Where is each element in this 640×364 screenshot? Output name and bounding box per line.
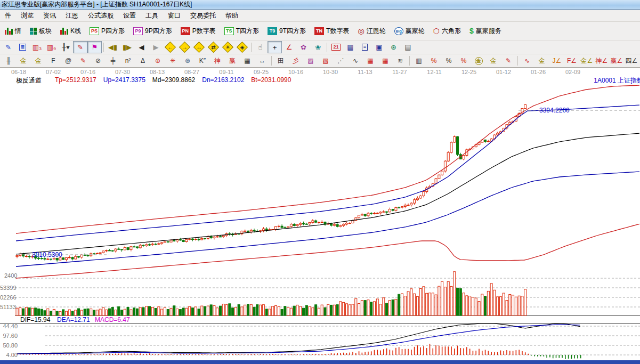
chart-area[interactable]: 3394.22003010.5300240053399022665113344.… <box>0 75 640 360</box>
gold-under-icon[interactable]: 金 <box>534 55 549 67</box>
winner-service-button[interactable]: $赢家服务 <box>465 25 506 38</box>
fan-black-icon[interactable]: ⋰ <box>333 55 348 67</box>
shen-icon[interactable]: 神 <box>210 55 225 67</box>
calculator-icon[interactable]: ▦ <box>343 41 358 53</box>
fibo-f-icon[interactable]: F <box>46 55 61 67</box>
fan-purple-icon[interactable]: ▨ <box>303 55 318 67</box>
save-icon[interactable]: ▣ <box>372 41 386 53</box>
menu-item-7[interactable]: 窗口 <box>163 10 185 21</box>
f-angle-icon[interactable]: F∠ <box>564 55 579 67</box>
scroll-right-icon[interactable]: → <box>177 41 192 53</box>
box-tool-icon[interactable]: 田 <box>273 55 288 67</box>
j-angle-icon[interactable]: J∠ <box>549 55 564 67</box>
brush-2-icon[interactable]: ✎ <box>501 55 516 67</box>
k-note-icon[interactable]: K″ <box>195 55 210 67</box>
menu-item-6[interactable]: 工具 <box>141 10 163 21</box>
gold-grid-icon[interactable]: 金 <box>16 55 31 67</box>
gold-circle-icon[interactable]: 金 <box>471 55 486 67</box>
kline-button[interactable]: K线 <box>56 25 85 38</box>
full-view-icon[interactable]: ◈ <box>235 41 249 53</box>
menu-item-1[interactable]: 浏览 <box>16 10 38 21</box>
volume-bar <box>383 298 385 316</box>
kline-style-icon[interactable]: ╂▾ <box>59 41 73 53</box>
menu-item-2[interactable]: 资讯 <box>38 10 61 21</box>
nav-first-icon[interactable]: ◀▮ <box>106 41 120 53</box>
gann-purple-icon[interactable]: ✿ <box>296 41 311 53</box>
nav-last-icon[interactable]: ▮▶ <box>120 41 134 53</box>
hand-icon[interactable]: ☝ <box>253 41 268 53</box>
pct-line-icon[interactable]: % <box>426 55 441 67</box>
gann-wheel-button[interactable]: ◎江恩轮 <box>353 25 390 38</box>
title-bar[interactable]: 家江恩专业版[赢家内部服务平台] - [上证指数 SH1A0001-167日K线… <box>0 0 640 10</box>
p-square-button[interactable]: PSP四方形 <box>85 25 129 38</box>
9t-square-button[interactable]: T99T四方形 <box>263 25 310 38</box>
sectors-button[interactable]: 板块 <box>26 25 56 38</box>
sketch-red-icon[interactable]: ✎ <box>73 41 87 53</box>
t-table-button[interactable]: TNT数字表 <box>310 25 353 38</box>
gold-lines-icon[interactable]: 金 <box>486 55 501 67</box>
crosshair-icon[interactable]: ＋ <box>268 41 282 53</box>
quote-button[interactable]: 情 <box>1 25 26 38</box>
menu-item-3[interactable]: 江恩 <box>61 10 83 21</box>
zigzag-icon[interactable]: ∿ <box>348 55 363 67</box>
h-arrows-icon[interactable]: ↔ <box>255 55 270 67</box>
ying-icon[interactable]: 赢 <box>225 55 240 67</box>
spiderweb-icon[interactable]: ⊛ <box>180 55 195 67</box>
scroll-left-icon[interactable]: ← <box>163 41 177 53</box>
sketch-blue-icon[interactable]: ✎ <box>1 41 15 53</box>
gold-grid-2-icon[interactable]: 金 <box>31 55 46 67</box>
nav-next-icon[interactable]: ▶ <box>149 41 163 53</box>
fan-redbox-icon[interactable]: ▧ <box>318 55 333 67</box>
menu-item-9[interactable]: 帮助 <box>221 10 243 21</box>
menu-item-4[interactable]: 公式选股 <box>83 10 118 21</box>
menu-item-0[interactable]: 件 <box>0 10 16 21</box>
ruler-icon[interactable]: ╪ <box>106 55 120 67</box>
print-icon[interactable]: ▤ <box>401 41 415 53</box>
menu-item-8[interactable]: 交易委托 <box>185 10 221 21</box>
pct-under-icon[interactable]: % <box>456 55 471 67</box>
chart-3-icon[interactable]: ▥₃ <box>30 41 44 53</box>
angle-measure-icon[interactable]: ∠ <box>282 41 296 53</box>
target-icon[interactable]: ⊕ <box>150 55 165 67</box>
zoom-horizontal-icon[interactable]: ↔ <box>192 41 206 53</box>
profile-chart-icon[interactable]: ⚑ <box>87 41 102 53</box>
n2-icon[interactable]: n² <box>120 55 135 67</box>
gann-teal-icon[interactable]: ❀ <box>311 41 325 53</box>
clipboard-icon[interactable]: ≣ <box>15 41 30 53</box>
angle-measure-icon-glyph: ∠ <box>286 44 293 51</box>
menu-item-5[interactable]: 设置 <box>118 10 141 21</box>
chart-9-icon[interactable]: ▥₉ <box>44 41 59 53</box>
circle-ruler-icon[interactable]: ⊘ <box>91 55 106 67</box>
compress-icon[interactable]: ⇄ <box>206 41 221 53</box>
pct-icon[interactable]: % <box>441 55 456 67</box>
date-label-11-13: 11-13 <box>358 69 372 75</box>
columns-icon[interactable]: ▥ <box>411 55 426 67</box>
grid-123-icon[interactable]: ▦ <box>240 55 255 67</box>
expand-icon[interactable]: ✳ <box>221 41 235 53</box>
fan-red-icon[interactable]: 彡 <box>288 55 303 67</box>
spiral-icon[interactable]: @ <box>61 55 76 67</box>
web-service-icon[interactable]: ⊛ <box>386 41 401 53</box>
nav-prev-icon[interactable]: ◀ <box>134 41 149 53</box>
grid-red-icon[interactable]: ▦ <box>363 55 378 67</box>
winner-wheel-button[interactable]: Big赢家轮 <box>390 25 429 38</box>
brush-icon[interactable]: ✎ <box>76 55 91 67</box>
gold-angle-icon[interactable]: 金∠ <box>579 55 594 67</box>
hexagon-button[interactable]: ⬡六角形 <box>429 25 465 38</box>
9p-square-button[interactable]: P99P四方形 <box>129 25 176 38</box>
ying-angle-icon[interactable]: 赢∠ <box>609 55 624 67</box>
grid-arrow-icon[interactable]: ▦ <box>378 55 393 67</box>
volume-bar <box>210 305 212 316</box>
wave-icon[interactable]: ∿ <box>520 55 534 67</box>
notes-icon[interactable]: ≡ <box>358 41 372 53</box>
angle-a-icon[interactable]: Δ <box>135 55 150 67</box>
main-chart-svg[interactable]: 3394.22003010.5300240053399022665113344.… <box>0 75 640 360</box>
gann-line-icon[interactable]: ╫ <box>1 55 16 67</box>
web-red-icon[interactable]: ✳ <box>165 55 180 67</box>
lines-3-icon[interactable]: ≋ <box>393 55 408 67</box>
p-table-button[interactable]: PNP数字表 <box>176 25 220 38</box>
shen-angle-icon[interactable]: 神∠ <box>594 55 609 67</box>
si-angle-icon[interactable]: 四∠ <box>624 55 639 67</box>
t-square-button[interactable]: TST四方形 <box>220 25 263 38</box>
calendar-icon[interactable]: 21 <box>329 41 343 53</box>
